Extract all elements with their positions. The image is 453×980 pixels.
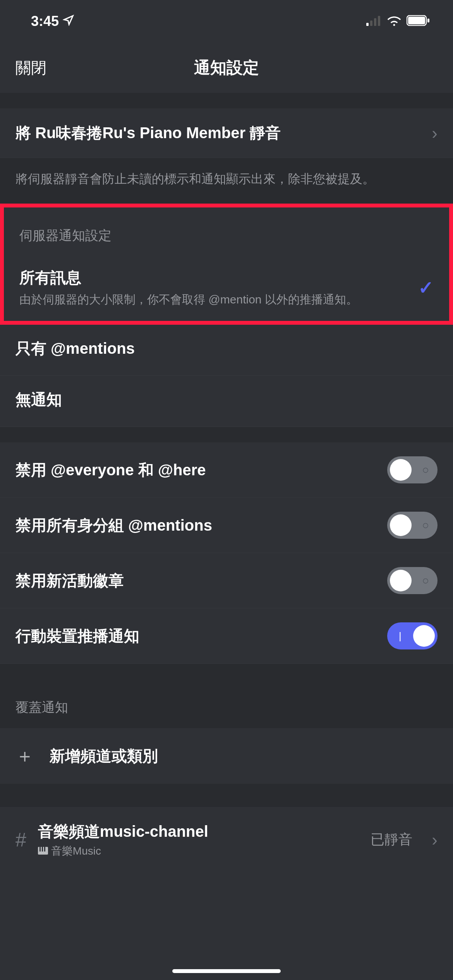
svg-rect-3: [378, 16, 380, 26]
toggle-suppress-events[interactable]: 禁用新活動徽章: [0, 553, 453, 608]
chevron-right-icon: ›: [432, 123, 438, 143]
plus-icon: ＋: [15, 744, 34, 768]
toggle-mobile-push[interactable]: 行動裝置推播通知: [0, 608, 453, 664]
option-no-notif[interactable]: 無通知: [0, 376, 453, 427]
status-time: 3:45: [31, 13, 59, 29]
svg-rect-1: [370, 21, 372, 26]
toggle-label: 禁用新活動徽章: [15, 570, 124, 591]
override-header: 覆蓋通知: [0, 679, 453, 728]
svg-rect-6: [427, 19, 429, 22]
toggle-switch[interactable]: [387, 456, 438, 483]
home-indicator: [172, 969, 281, 973]
channel-override-row[interactable]: # 音樂頻道music-channel 音樂Music 已靜音 ›: [0, 807, 453, 872]
check-icon: ✓: [418, 277, 434, 298]
server-notif-header: 伺服器通知設定: [4, 207, 449, 254]
toggle-label: 禁用所有身分組 @mentions: [15, 515, 212, 536]
battery-icon: [407, 13, 430, 29]
mute-server-label: 將 Ru味春捲Ru's Piano Member 靜音: [15, 122, 281, 144]
toggle-switch[interactable]: [387, 567, 438, 594]
channel-category: 音樂Music: [38, 844, 359, 858]
toggle-label: 行動裝置推播通知: [15, 625, 139, 647]
mute-helper-text: 將伺服器靜音會防止未讀的標示和通知顯示出來，除非您被提及。: [0, 158, 453, 204]
status-bar: 3:45: [0, 0, 453, 43]
highlight-annotation: 伺服器通知設定 所有訊息 由於伺服器的大小限制，你不會取得 @mention 以…: [0, 204, 453, 325]
svg-rect-9: [42, 847, 43, 852]
hash-icon: #: [15, 829, 26, 851]
svg-rect-8: [39, 847, 41, 852]
mute-server-row[interactable]: 將 Ru味春捲Ru's Piano Member 靜音 ›: [0, 108, 453, 158]
toggle-switch[interactable]: [387, 512, 438, 539]
page-title: 通知設定: [194, 57, 259, 79]
toggle-suppress-everyone[interactable]: 禁用 @everyone 和 @here: [0, 442, 453, 498]
channel-status: 已靜音: [371, 830, 412, 849]
svg-rect-10: [44, 847, 45, 852]
option-subtitle: 由於伺服器的大小限制，你不會取得 @mention 以外的推播通知。: [19, 291, 407, 308]
option-title: 無通知: [15, 389, 426, 410]
option-all-messages[interactable]: 所有訊息 由於伺服器的大小限制，你不會取得 @mention 以外的推播通知。 …: [4, 254, 449, 321]
svg-rect-2: [374, 18, 376, 26]
svg-rect-5: [408, 17, 425, 24]
add-channel-label: 新增頻道或類別: [50, 745, 158, 767]
add-channel-row[interactable]: ＋ 新增頻道或類別: [0, 728, 453, 784]
chevron-right-icon: ›: [432, 830, 438, 850]
channel-name: 音樂頻道music-channel: [38, 821, 359, 842]
cell-signal-icon: [366, 13, 382, 29]
option-title: 所有訊息: [19, 267, 407, 288]
option-only-mentions[interactable]: 只有 @mentions: [0, 325, 453, 376]
option-title: 只有 @mentions: [15, 338, 426, 359]
toggle-suppress-roles[interactable]: 禁用所有身分組 @mentions: [0, 498, 453, 553]
close-button[interactable]: 關閉: [15, 57, 46, 79]
piano-icon: [38, 845, 48, 857]
svg-rect-0: [366, 23, 369, 26]
nav-header: 關閉 通知設定: [0, 43, 453, 93]
wifi-icon: [386, 13, 402, 29]
toggle-label: 禁用 @everyone 和 @here: [15, 459, 206, 481]
location-icon: [63, 13, 74, 29]
toggle-switch[interactable]: [387, 622, 438, 649]
